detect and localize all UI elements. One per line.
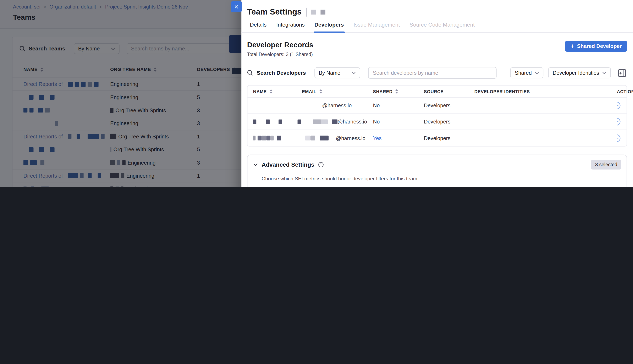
redacted bbox=[310, 136, 315, 140]
tab-source-code-management: Source Code Management bbox=[409, 21, 476, 32]
source-value: Developers bbox=[424, 102, 474, 108]
tab-issue-management: Issue Management bbox=[352, 21, 400, 32]
developer-identities-select[interactable]: Developer Identities bbox=[548, 68, 611, 78]
title-divider bbox=[306, 8, 307, 16]
team-settings-drawer: Team Settings Details Integrations Devel… bbox=[241, 0, 633, 187]
sort-icon bbox=[395, 89, 399, 94]
developer-table: NAME EMAIL SHARED SOURCE DEVELOPER IDENT… bbox=[247, 85, 627, 146]
manage-columns-button[interactable] bbox=[617, 68, 627, 78]
advanced-settings-title: Advanced Settings bbox=[262, 162, 314, 168]
redacted bbox=[332, 119, 338, 124]
redacted bbox=[305, 136, 310, 140]
selected-count-badge: 3 selected bbox=[591, 160, 621, 170]
search-developers-label: Search Developers bbox=[247, 70, 306, 76]
redacted bbox=[321, 119, 328, 124]
drawer-title-row: Team Settings bbox=[241, 0, 633, 18]
team-name-redacted bbox=[321, 10, 326, 14]
close-drawer-button[interactable]: ✕ bbox=[231, 1, 242, 12]
shared-filter-select[interactable]: Shared bbox=[510, 68, 543, 78]
tab-details[interactable]: Details bbox=[249, 21, 267, 32]
col-source: SOURCE bbox=[424, 89, 474, 94]
developer-filter-select[interactable]: By Name bbox=[314, 68, 360, 78]
developer-name-redacted bbox=[253, 119, 302, 124]
shared-value: No bbox=[373, 119, 424, 125]
redacted bbox=[313, 119, 321, 124]
drawer-title: Team Settings bbox=[247, 7, 302, 16]
remove-developer-button[interactable] bbox=[617, 134, 621, 142]
developer-table-header: NAME EMAIL SHARED SOURCE DEVELOPER IDENT… bbox=[248, 86, 626, 98]
col-email[interactable]: EMAIL bbox=[302, 89, 373, 94]
developer-name-redacted bbox=[253, 136, 302, 140]
advanced-settings-card: Advanced Settings 3 selected Choose whic… bbox=[247, 154, 627, 187]
tab-developers[interactable]: Developers bbox=[314, 21, 344, 32]
plus-icon: + bbox=[570, 43, 574, 50]
app-root: Account: sei > Organization: default > P… bbox=[0, 0, 633, 187]
developer-row[interactable]: @harness.io No Developers bbox=[248, 114, 626, 130]
col-actions: ACTIONS bbox=[617, 89, 633, 94]
info-icon[interactable] bbox=[318, 162, 324, 168]
sort-icon bbox=[319, 89, 322, 94]
developer-row[interactable]: @harness.io No Developers bbox=[248, 98, 626, 114]
add-shared-developer-button[interactable]: + Shared Developer bbox=[565, 41, 627, 52]
col-developer-identities: DEVELOPER IDENTITIES bbox=[474, 89, 617, 94]
source-value: Developers bbox=[424, 135, 474, 141]
collapse-chevron-icon[interactable] bbox=[253, 163, 258, 166]
section-title: Developer Records bbox=[247, 41, 313, 49]
remove-developer-button[interactable] bbox=[617, 118, 621, 126]
drawer-body: Developer Records Total Developers: 3 (1… bbox=[241, 33, 633, 187]
team-name-redacted bbox=[311, 10, 316, 14]
remove-developer-button[interactable] bbox=[617, 101, 621, 110]
developer-search-input[interactable] bbox=[368, 67, 496, 79]
developer-filter-row: Search Developers By Name Shared Develop… bbox=[247, 67, 627, 79]
chevron-down-icon bbox=[602, 72, 606, 74]
source-value: Developers bbox=[424, 119, 474, 125]
shared-value[interactable]: Yes bbox=[373, 135, 424, 141]
redacted bbox=[320, 136, 329, 140]
col-name[interactable]: NAME bbox=[253, 89, 302, 94]
chevron-down-icon bbox=[351, 72, 355, 74]
sort-icon bbox=[269, 89, 273, 94]
chevron-down-icon bbox=[535, 72, 539, 74]
drawer-tabs: Details Integrations Developers Issue Ma… bbox=[241, 21, 633, 32]
advanced-settings-description: Choose which SEI metrics should honor de… bbox=[262, 176, 621, 182]
tab-integrations[interactable]: Integrations bbox=[276, 21, 306, 32]
developer-row[interactable]: @harness.io Yes Developers bbox=[248, 130, 626, 146]
col-shared[interactable]: SHARED bbox=[373, 89, 424, 94]
total-developers-text: Total Developers: 3 (1 Shared) bbox=[247, 52, 313, 57]
shared-value: No bbox=[373, 102, 424, 108]
search-icon bbox=[247, 70, 253, 76]
